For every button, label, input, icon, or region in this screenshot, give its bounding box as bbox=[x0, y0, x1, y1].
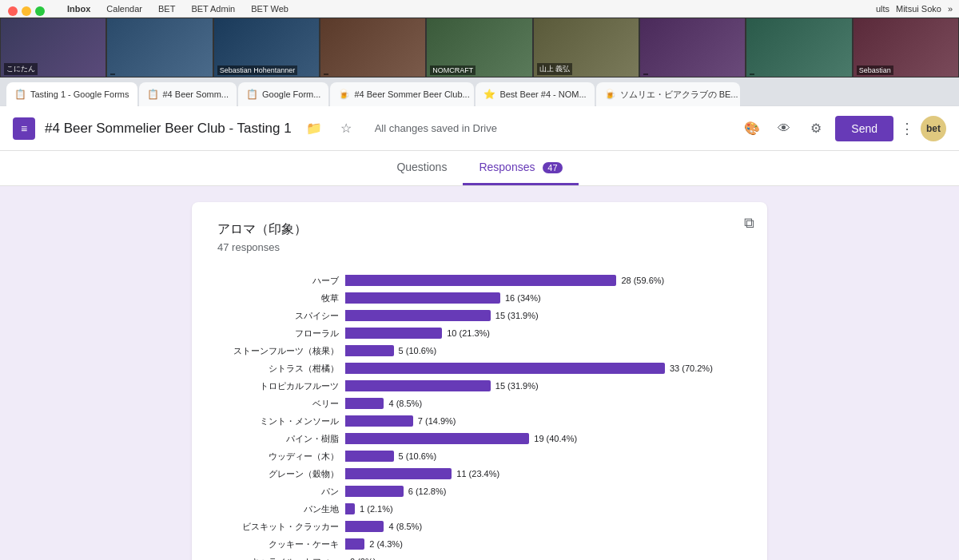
bar-fill bbox=[345, 468, 452, 479]
bar-row: パイン・樹脂19 (40.4%) bbox=[217, 431, 742, 447]
bar-label: ミント・メンソール bbox=[217, 415, 345, 427]
bar-label: ハーブ bbox=[217, 275, 345, 287]
bar-container: 2 (4.3%) bbox=[345, 538, 742, 550]
bar-container: 19 (40.4%) bbox=[345, 432, 742, 445]
bar-row: シトラス（柑橘）33 (70.2%) bbox=[217, 360, 742, 376]
menubar-right: ults Mitsui Soko » bbox=[876, 4, 953, 14]
bar-value-label: 6 (12.8%) bbox=[408, 487, 447, 496]
bar-value-label: 4 (8.5%) bbox=[388, 522, 422, 531]
tab-sommelier[interactable]: 🍺 ソムリエ・ビアクラブの BE... bbox=[596, 82, 740, 106]
video-thumb-6[interactable]: 山上 義弘 bbox=[533, 18, 639, 77]
forms-logo-icon: ≡ bbox=[21, 122, 27, 135]
bar-row: ビスキット・クラッカー4 (8.5%) bbox=[217, 518, 742, 534]
bar-value-label: 11 (23.4%) bbox=[456, 469, 499, 479]
participant-name-5: NOMCRAFT bbox=[430, 66, 476, 75]
participant-name-7 bbox=[643, 73, 648, 75]
bar-label: ベリー bbox=[217, 398, 345, 410]
bar-container: 1 (2.1%) bbox=[345, 502, 742, 515]
video-thumb-5[interactable]: NOMCRAFT bbox=[426, 18, 532, 77]
menubar-bet-web[interactable]: BET Web bbox=[248, 2, 292, 15]
fullscreen-button[interactable] bbox=[35, 6, 45, 16]
bar-container: 4 (8.5%) bbox=[345, 397, 742, 410]
video-thumb-1[interactable]: こにたん bbox=[0, 18, 106, 77]
menubar-expand[interactable]: » bbox=[948, 4, 953, 14]
bar-value-label: 5 (10.6%) bbox=[399, 451, 437, 461]
bar-row: クッキー・ケーキ2 (4.3%) bbox=[217, 536, 742, 552]
bar-label: スパイシー bbox=[217, 310, 345, 322]
close-button[interactable] bbox=[8, 6, 18, 16]
bar-container: 7 (14.9%) bbox=[345, 415, 742, 427]
tab-responses[interactable]: Responses 47 bbox=[463, 151, 578, 185]
bar-label: パン bbox=[217, 486, 345, 498]
bar-label: グレーン（穀物） bbox=[217, 468, 345, 480]
more-vert-icon[interactable]: ⋮ bbox=[900, 120, 914, 137]
macos-menubar: Inbox Calendar BET BET Admin BET Web ult… bbox=[0, 0, 959, 18]
bar-container: 5 (10.6%) bbox=[345, 450, 742, 463]
customize-icon-button[interactable]: 🎨 bbox=[739, 116, 765, 141]
bar-row: 牧草16 (34%) bbox=[217, 290, 742, 306]
copy-icon[interactable]: ⧉ bbox=[744, 215, 754, 232]
bar-container: 15 (31.9%) bbox=[345, 309, 742, 322]
participant-name-1: こにたん bbox=[4, 63, 38, 75]
tab-favicon-2: 📋 bbox=[147, 89, 158, 100]
bar-row: ミント・メンソール7 (14.9%) bbox=[217, 413, 742, 429]
tab-favicon-4: 🍺 bbox=[338, 89, 349, 100]
minimize-button[interactable] bbox=[22, 6, 31, 16]
forms-logo: ≡ bbox=[13, 117, 35, 140]
tab-best-beer[interactable]: ⭐ Best Beer #4 - NOM... bbox=[476, 82, 594, 106]
bar-label: パイン・樹脂 bbox=[217, 433, 345, 445]
bar-fill bbox=[345, 486, 404, 497]
video-thumb-3[interactable]: Sebastian Hohentanner bbox=[213, 18, 320, 77]
browser-tabs: 📋 Tasting 1 - Google Forms 📋 #4 Beer Som… bbox=[0, 77, 959, 106]
participant-name-6: 山上 義弘 bbox=[537, 63, 573, 75]
tab-label-6: ソムリエ・ビアクラブの BE... bbox=[620, 89, 738, 101]
settings-icon-button[interactable]: ⚙ bbox=[803, 116, 829, 141]
bar-row: フローラル10 (21.3%) bbox=[217, 325, 742, 341]
tab-google-form[interactable]: 📋 Google Form... bbox=[238, 82, 328, 106]
bar-fill bbox=[345, 310, 491, 321]
bar-value-label: 15 (31.9%) bbox=[495, 311, 539, 320]
star-icon-button[interactable]: ☆ bbox=[333, 116, 359, 141]
preview-icon-button[interactable]: 👁 bbox=[771, 116, 797, 141]
video-thumb-9[interactable]: Sebastian bbox=[853, 18, 959, 77]
menubar-calendar[interactable]: Calendar bbox=[103, 2, 145, 15]
folder-icon-button[interactable]: 📁 bbox=[301, 116, 327, 141]
tab-label-2: #4 Beer Somm... bbox=[163, 89, 229, 99]
tab-beer-club[interactable]: 🍺 #4 Beer Sommer Beer Club... bbox=[330, 82, 474, 106]
star-icon: ☆ bbox=[340, 121, 352, 136]
video-thumb-7[interactable] bbox=[639, 18, 746, 77]
traffic-lights bbox=[0, 0, 53, 22]
bar-fill bbox=[345, 328, 442, 339]
tab-tasting1[interactable]: 📋 Tasting 1 - Google Forms bbox=[6, 82, 137, 106]
palette-icon: 🎨 bbox=[744, 121, 760, 136]
bar-label: シトラス（柑橘） bbox=[217, 363, 345, 375]
tab-beer-somm[interactable]: 📋 #4 Beer Somm... bbox=[139, 82, 237, 106]
video-thumb-4[interactable] bbox=[320, 18, 426, 77]
menubar-bet[interactable]: BET bbox=[155, 2, 178, 15]
bar-fill bbox=[345, 398, 384, 409]
bar-row: ハーブ28 (59.6%) bbox=[217, 272, 742, 288]
user-avatar[interactable]: bet bbox=[921, 116, 946, 141]
bar-row: グレーン（穀物）11 (23.4%) bbox=[217, 466, 742, 482]
participant-name-3: Sebastian Hohentanner bbox=[217, 66, 298, 75]
tab-favicon-3: 📋 bbox=[246, 89, 257, 100]
bar-fill bbox=[345, 433, 529, 444]
bar-value-label: 7 (14.9%) bbox=[418, 416, 456, 426]
menubar-inbox[interactable]: Inbox bbox=[64, 2, 94, 15]
video-thumb-2[interactable] bbox=[106, 18, 213, 77]
bar-label: フローラル bbox=[217, 328, 345, 340]
menubar-bet-admin[interactable]: BET Admin bbox=[188, 2, 238, 15]
participant-name-9: Sebastian bbox=[857, 66, 893, 75]
folder-icon: 📁 bbox=[306, 121, 322, 136]
tab-questions[interactable]: Questions bbox=[380, 151, 463, 185]
bar-container: 33 (70.2%) bbox=[345, 362, 742, 375]
tab-favicon-5: ⭐ bbox=[483, 89, 495, 100]
bar-value-label: 16 (34%) bbox=[505, 293, 541, 303]
bar-container: 16 (34%) bbox=[345, 292, 742, 304]
video-thumb-8[interactable] bbox=[746, 18, 852, 77]
bar-value-label: 0 (0%) bbox=[350, 557, 376, 560]
bar-value-label: 15 (31.9%) bbox=[495, 381, 539, 391]
send-button[interactable]: Send bbox=[835, 116, 893, 141]
bar-fill bbox=[345, 363, 665, 374]
menubar-ults: ults bbox=[876, 4, 889, 14]
